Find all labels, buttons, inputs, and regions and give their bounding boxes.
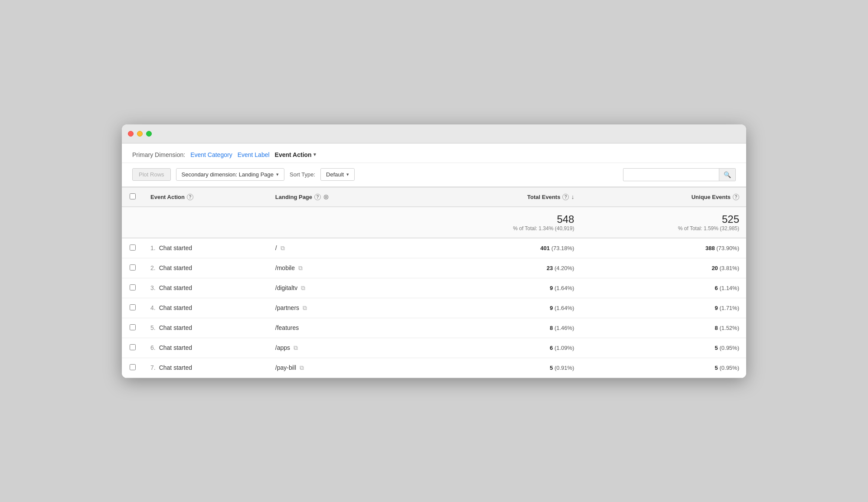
landing-page-header: Landing Page ? ⊗ — [268, 187, 416, 207]
landing-page-help-icon[interactable]: ? — [314, 194, 321, 200]
titlebar — [122, 124, 746, 143]
table-row: 2.Chat started/mobile⧉23 (4.20%)20 (3.81… — [122, 258, 746, 278]
event-label-link[interactable]: Event Label — [238, 151, 270, 158]
copy-icon[interactable]: ⧉ — [298, 264, 303, 272]
search-button[interactable]: 🔍 — [719, 169, 735, 181]
table-row: 3.Chat started/digitaltv⧉9 (1.64%)6 (1.1… — [122, 278, 746, 298]
total-events-pct: (1.64%) — [555, 305, 574, 311]
totals-row: 548 % of Total: 1.34% (40,919) 525 % of … — [122, 207, 746, 238]
row-checkbox-7[interactable] — [130, 364, 136, 370]
unique-events-pct: (1.14%) — [719, 285, 739, 291]
select-all-checkbox[interactable] — [130, 193, 136, 199]
row-number: 6. — [150, 344, 156, 351]
sort-type-label: Sort Type: — [290, 171, 315, 178]
row-number: 4. — [150, 304, 156, 311]
total-events-value: 6 — [550, 345, 553, 351]
maximize-button[interactable] — [146, 131, 152, 137]
row-number: 1. — [150, 244, 156, 251]
unique-events-value: 388 — [705, 245, 715, 251]
landing-page-value: /apps — [275, 344, 290, 351]
search-box: 🔍 — [623, 168, 736, 181]
close-filter-icon[interactable]: ⊗ — [323, 193, 329, 201]
event-action-value: Chat started — [159, 304, 192, 311]
data-table: Event Action ? Landing Page ? ⊗ To — [122, 187, 746, 378]
total-events-pct: (4.20%) — [555, 265, 574, 271]
row-checkbox-6[interactable] — [130, 344, 136, 350]
row-checkbox-1[interactable] — [130, 244, 136, 251]
table-header-row: Event Action ? Landing Page ? ⊗ To — [122, 187, 746, 207]
event-action-active: Event Action ▾ — [275, 151, 316, 158]
search-input[interactable] — [623, 169, 719, 180]
row-number: 3. — [150, 284, 156, 291]
total-events-value: 9 — [550, 285, 553, 291]
secondary-dimension-dropdown[interactable]: Secondary dimension: Landing Page ▾ — [176, 168, 284, 181]
secondary-dim-arrow-icon: ▾ — [276, 172, 279, 177]
table-row: 7.Chat started/pay-bill⧉5 (0.91%)5 (0.95… — [122, 358, 746, 378]
event-action-value: Chat started — [159, 264, 192, 271]
landing-page-value: /digitaltv — [275, 284, 297, 291]
event-action-value: Chat started — [159, 344, 192, 351]
unique-events-pct: (73.90%) — [716, 245, 739, 251]
unique-events-value: 8 — [715, 325, 718, 331]
total-events-value: 9 — [550, 305, 553, 311]
sort-down-icon[interactable]: ↓ — [571, 193, 574, 200]
total-events-pct: (1.64%) — [555, 285, 574, 291]
event-category-link[interactable]: Event Category — [190, 151, 232, 158]
copy-icon[interactable]: ⧉ — [303, 304, 307, 312]
sort-type-arrow-icon: ▾ — [346, 172, 349, 177]
event-action-value: Chat started — [159, 324, 192, 331]
total-events-pct: (73.18%) — [551, 245, 574, 251]
event-action-value: Chat started — [159, 364, 192, 371]
unique-events-value: 6 — [715, 285, 718, 291]
total-events-value: 401 — [540, 245, 550, 251]
content-area: Primary Dimension: Event Category Event … — [122, 143, 746, 378]
row-checkbox-3[interactable] — [130, 284, 136, 290]
unique-events-value: 9 — [715, 305, 718, 311]
event-action-header: Event Action ? — [144, 187, 268, 207]
event-action-value: Chat started — [159, 284, 192, 291]
unique-events-pct: (1.52%) — [719, 325, 739, 331]
minimize-button[interactable] — [137, 131, 143, 137]
table-row: 4.Chat started/partners⧉9 (1.64%)9 (1.71… — [122, 298, 746, 318]
copy-icon[interactable]: ⧉ — [300, 364, 304, 372]
total-events-value: 23 — [547, 265, 553, 271]
table-row: 5.Chat started/features8 (1.46%)8 (1.52%… — [122, 318, 746, 338]
landing-page-value: /mobile — [275, 264, 295, 271]
row-number: 2. — [150, 264, 156, 271]
total-events-pct: (0.91%) — [555, 365, 574, 371]
totals-total-events: 548 % of Total: 1.34% (40,919) — [416, 207, 581, 238]
unique-events-header: Unique Events ? — [581, 187, 746, 207]
landing-page-value: /features — [275, 324, 299, 331]
total-events-pct: (1.46%) — [555, 325, 574, 331]
landing-page-value: /pay-bill — [275, 364, 296, 371]
unique-events-pct: (0.95%) — [719, 365, 739, 371]
sort-type-dropdown[interactable]: Default ▾ — [320, 168, 355, 181]
landing-page-value: / — [275, 244, 277, 251]
row-checkbox-4[interactable] — [130, 304, 136, 310]
event-action-help-icon[interactable]: ? — [187, 194, 193, 200]
row-number: 7. — [150, 364, 156, 371]
row-checkbox-2[interactable] — [130, 264, 136, 271]
unique-events-value: 5 — [715, 345, 718, 351]
table-row: 1.Chat started/⧉401 (73.18%)388 (73.90%) — [122, 238, 746, 258]
event-action-value: Chat started — [159, 244, 192, 251]
totals-unique-events: 525 % of Total: 1.59% (32,985) — [581, 207, 746, 238]
unique-events-value: 5 — [715, 365, 718, 371]
unique-events-pct: (1.71%) — [719, 305, 739, 311]
select-all-header[interactable] — [122, 187, 144, 207]
copy-icon[interactable]: ⧉ — [281, 244, 285, 252]
landing-page-value: /partners — [275, 304, 299, 311]
close-button[interactable] — [128, 131, 134, 137]
unique-events-pct: (0.95%) — [719, 345, 739, 351]
unique-events-help-icon[interactable]: ? — [733, 194, 739, 200]
plot-rows-button[interactable]: Plot Rows — [132, 168, 171, 181]
traffic-lights — [128, 131, 152, 137]
copy-icon[interactable]: ⧉ — [301, 284, 305, 292]
primary-dimension-bar: Primary Dimension: Event Category Event … — [122, 143, 746, 163]
total-events-help-icon[interactable]: ? — [562, 194, 569, 200]
main-window: Primary Dimension: Event Category Event … — [122, 124, 746, 378]
copy-icon[interactable]: ⧉ — [294, 344, 298, 352]
row-number: 5. — [150, 324, 156, 331]
total-events-value: 5 — [550, 365, 553, 371]
row-checkbox-5[interactable] — [130, 324, 136, 330]
